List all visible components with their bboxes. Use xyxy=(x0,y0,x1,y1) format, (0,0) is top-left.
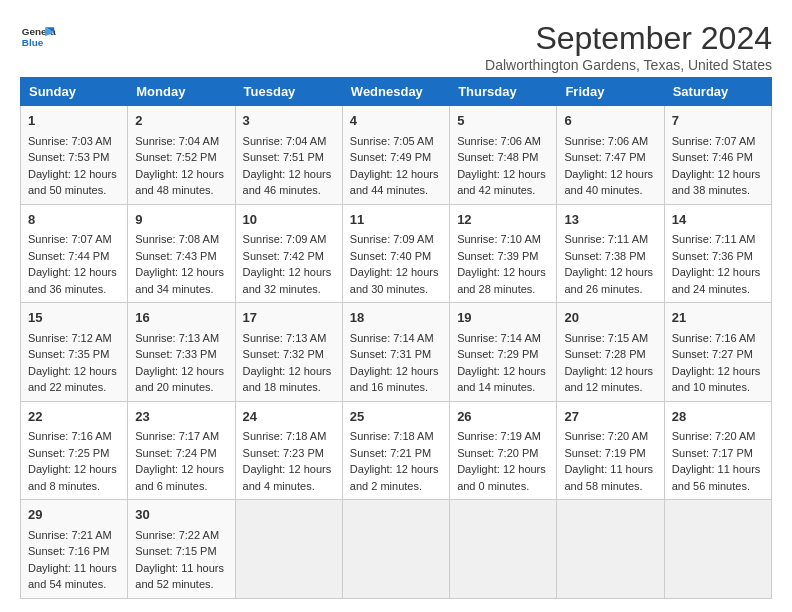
day-info: Sunrise: 7:11 AM xyxy=(672,231,764,248)
calendar-cell: 5Sunrise: 7:06 AMSunset: 7:48 PMDaylight… xyxy=(450,106,557,205)
logo-icon: General Blue xyxy=(20,20,56,56)
day-number: 12 xyxy=(457,210,549,230)
day-number: 14 xyxy=(672,210,764,230)
day-info: and 56 minutes. xyxy=(672,478,764,495)
day-info: Sunset: 7:29 PM xyxy=(457,346,549,363)
day-info: Sunset: 7:16 PM xyxy=(28,543,120,560)
day-number: 20 xyxy=(564,308,656,328)
day-info: Sunset: 7:24 PM xyxy=(135,445,227,462)
day-info: Sunset: 7:23 PM xyxy=(243,445,335,462)
day-info: and 8 minutes. xyxy=(28,478,120,495)
day-info: and 50 minutes. xyxy=(28,182,120,199)
day-info: Daylight: 12 hours xyxy=(350,166,442,183)
day-number: 25 xyxy=(350,407,442,427)
day-number: 5 xyxy=(457,111,549,131)
day-info: and 40 minutes. xyxy=(564,182,656,199)
day-info: Sunset: 7:52 PM xyxy=(135,149,227,166)
day-info: Daylight: 12 hours xyxy=(672,264,764,281)
day-info: Sunset: 7:32 PM xyxy=(243,346,335,363)
day-info: Sunset: 7:33 PM xyxy=(135,346,227,363)
day-number: 24 xyxy=(243,407,335,427)
day-info: and 14 minutes. xyxy=(457,379,549,396)
day-number: 10 xyxy=(243,210,335,230)
day-info: Sunset: 7:47 PM xyxy=(564,149,656,166)
day-info: and 52 minutes. xyxy=(135,576,227,593)
day-info: and 38 minutes. xyxy=(672,182,764,199)
day-number: 27 xyxy=(564,407,656,427)
calendar-cell: 11Sunrise: 7:09 AMSunset: 7:40 PMDayligh… xyxy=(342,204,449,303)
header-tuesday: Tuesday xyxy=(235,78,342,106)
day-info: Daylight: 12 hours xyxy=(350,264,442,281)
day-number: 2 xyxy=(135,111,227,131)
day-info: Sunset: 7:21 PM xyxy=(350,445,442,462)
calendar-week-2: 8Sunrise: 7:07 AMSunset: 7:44 PMDaylight… xyxy=(21,204,772,303)
day-info: Sunrise: 7:04 AM xyxy=(135,133,227,150)
calendar-cell: 24Sunrise: 7:18 AMSunset: 7:23 PMDayligh… xyxy=(235,401,342,500)
day-info: Sunrise: 7:17 AM xyxy=(135,428,227,445)
day-info: and 6 minutes. xyxy=(135,478,227,495)
day-info: Sunrise: 7:07 AM xyxy=(28,231,120,248)
day-number: 19 xyxy=(457,308,549,328)
day-info: and 24 minutes. xyxy=(672,281,764,298)
day-info: and 10 minutes. xyxy=(672,379,764,396)
header-monday: Monday xyxy=(128,78,235,106)
day-info: Sunset: 7:25 PM xyxy=(28,445,120,462)
day-info: Daylight: 12 hours xyxy=(672,363,764,380)
day-info: Daylight: 12 hours xyxy=(28,461,120,478)
day-info: Daylight: 11 hours xyxy=(672,461,764,478)
day-info: Sunrise: 7:22 AM xyxy=(135,527,227,544)
calendar-cell: 30Sunrise: 7:22 AMSunset: 7:15 PMDayligh… xyxy=(128,500,235,599)
calendar-table: SundayMondayTuesdayWednesdayThursdayFrid… xyxy=(20,77,772,599)
day-info: Sunrise: 7:20 AM xyxy=(564,428,656,445)
day-number: 15 xyxy=(28,308,120,328)
day-info: Daylight: 12 hours xyxy=(243,166,335,183)
day-info: Daylight: 12 hours xyxy=(135,461,227,478)
calendar-cell: 8Sunrise: 7:07 AMSunset: 7:44 PMDaylight… xyxy=(21,204,128,303)
day-number: 9 xyxy=(135,210,227,230)
calendar-cell xyxy=(450,500,557,599)
day-info: Sunset: 7:15 PM xyxy=(135,543,227,560)
calendar-cell: 19Sunrise: 7:14 AMSunset: 7:29 PMDayligh… xyxy=(450,303,557,402)
day-info: Daylight: 12 hours xyxy=(457,461,549,478)
day-info: Sunset: 7:19 PM xyxy=(564,445,656,462)
day-info: Sunrise: 7:13 AM xyxy=(135,330,227,347)
day-info: and 46 minutes. xyxy=(243,182,335,199)
calendar-cell: 15Sunrise: 7:12 AMSunset: 7:35 PMDayligh… xyxy=(21,303,128,402)
day-info: Sunset: 7:28 PM xyxy=(564,346,656,363)
calendar-cell: 28Sunrise: 7:20 AMSunset: 7:17 PMDayligh… xyxy=(664,401,771,500)
calendar-cell: 29Sunrise: 7:21 AMSunset: 7:16 PMDayligh… xyxy=(21,500,128,599)
day-info: Daylight: 12 hours xyxy=(135,363,227,380)
day-info: Sunrise: 7:06 AM xyxy=(457,133,549,150)
calendar-cell: 16Sunrise: 7:13 AMSunset: 7:33 PMDayligh… xyxy=(128,303,235,402)
day-info: Sunset: 7:49 PM xyxy=(350,149,442,166)
day-info: Sunrise: 7:18 AM xyxy=(243,428,335,445)
day-info: Sunset: 7:43 PM xyxy=(135,248,227,265)
calendar-cell: 18Sunrise: 7:14 AMSunset: 7:31 PMDayligh… xyxy=(342,303,449,402)
day-number: 30 xyxy=(135,505,227,525)
day-number: 26 xyxy=(457,407,549,427)
page-header: General Blue September 2024 Dalworthingt… xyxy=(20,20,772,73)
calendar-cell: 12Sunrise: 7:10 AMSunset: 7:39 PMDayligh… xyxy=(450,204,557,303)
day-info: Daylight: 12 hours xyxy=(457,166,549,183)
title-block: September 2024 Dalworthington Gardens, T… xyxy=(485,20,772,73)
day-info: Daylight: 12 hours xyxy=(28,264,120,281)
day-info: and 44 minutes. xyxy=(350,182,442,199)
day-number: 4 xyxy=(350,111,442,131)
day-info: Sunrise: 7:18 AM xyxy=(350,428,442,445)
calendar-cell xyxy=(557,500,664,599)
day-info: Sunrise: 7:16 AM xyxy=(28,428,120,445)
day-info: Sunrise: 7:06 AM xyxy=(564,133,656,150)
day-number: 8 xyxy=(28,210,120,230)
day-info: Sunrise: 7:14 AM xyxy=(350,330,442,347)
calendar-cell: 9Sunrise: 7:08 AMSunset: 7:43 PMDaylight… xyxy=(128,204,235,303)
calendar-cell: 6Sunrise: 7:06 AMSunset: 7:47 PMDaylight… xyxy=(557,106,664,205)
location-subtitle: Dalworthington Gardens, Texas, United St… xyxy=(485,57,772,73)
day-info: Sunset: 7:17 PM xyxy=(672,445,764,462)
day-info: Daylight: 12 hours xyxy=(457,363,549,380)
day-info: Sunset: 7:42 PM xyxy=(243,248,335,265)
calendar-cell: 20Sunrise: 7:15 AMSunset: 7:28 PMDayligh… xyxy=(557,303,664,402)
day-info: and 54 minutes. xyxy=(28,576,120,593)
day-info: Sunset: 7:31 PM xyxy=(350,346,442,363)
day-info: Sunrise: 7:21 AM xyxy=(28,527,120,544)
day-number: 3 xyxy=(243,111,335,131)
